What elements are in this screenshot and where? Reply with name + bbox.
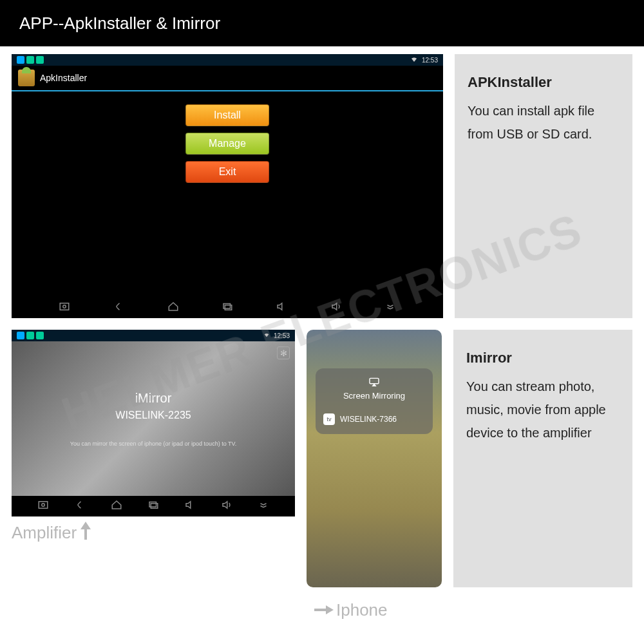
device-name: WISELINK-7366 (340, 415, 397, 424)
apk-button-area: Install Manage Exit (12, 91, 443, 298)
home-icon[interactable] (166, 301, 180, 315)
volume-up-icon[interactable] (329, 301, 343, 315)
iphone-screen-mirroring: Screen Mirroring tv WISELINK-7366 (307, 330, 442, 587)
manage-button[interactable]: Manage (185, 133, 269, 155)
info-body: You can stream photo, music, movie from … (466, 375, 620, 444)
arrow-up-icon (79, 522, 92, 544)
section-apkinstaller: 12:53 ApkInstaller Install Manage Exit A… (0, 46, 644, 326)
home-icon[interactable] (109, 499, 124, 513)
tv-icon: tv (323, 413, 335, 425)
volume-up-icon[interactable] (220, 499, 234, 513)
screenshot-icon[interactable] (57, 301, 71, 315)
android-status-bar: 12:53 (12, 330, 295, 341)
back-icon[interactable] (73, 499, 87, 513)
info-body: You can install apk file from USB or SD … (468, 99, 620, 146)
airplay-icon (322, 377, 426, 388)
imirror-body: ✻ iMirror WISELINK-2235 You can mirror t… (12, 341, 295, 496)
screenshot-icon[interactable] (36, 499, 50, 513)
recent-icon[interactable] (220, 301, 234, 315)
back-icon[interactable] (111, 301, 126, 315)
page-title: APP--ApkInstaller & Imirror (19, 14, 220, 33)
expand-icon[interactable] (383, 301, 397, 315)
status-icon (36, 332, 44, 339)
section-imirror: 12:53 ✻ iMirror WISELINK-2235 You can mi… (0, 326, 644, 595)
settings-icon[interactable]: ✻ (277, 346, 290, 359)
tablet-screenshot-imirror: 12:53 ✻ iMirror WISELINK-2235 You can mi… (12, 330, 295, 516)
recent-icon[interactable] (146, 499, 160, 513)
status-icon (17, 332, 24, 339)
status-icon (17, 56, 24, 64)
label-amplifier: Amplifier (12, 516, 295, 544)
info-title: Imirror (466, 345, 620, 371)
mirroring-device-item[interactable]: tv WISELINK-7366 (322, 411, 426, 428)
exit-button[interactable]: Exit (185, 161, 269, 183)
wifi-icon (410, 55, 418, 64)
clock-text: 12:53 (274, 332, 290, 339)
imirror-title: iMirror (135, 391, 172, 406)
expand-icon[interactable] (256, 499, 270, 513)
screen-mirroring-header: Screen Mirroring (322, 377, 426, 401)
android-nav-bar (12, 298, 443, 318)
svg-rect-8 (370, 378, 379, 383)
status-icon (26, 332, 34, 339)
status-icon (36, 56, 44, 64)
install-button[interactable]: Install (185, 104, 269, 126)
svg-point-1 (63, 305, 66, 308)
svg-point-5 (41, 504, 44, 507)
label-iphone: Iphone (314, 600, 388, 620)
wifi-icon (263, 332, 270, 339)
svg-rect-0 (60, 303, 69, 310)
status-icon (26, 56, 34, 64)
info-panel-apk: APKInstaller You can install apk file fr… (455, 54, 632, 318)
volume-down-icon[interactable] (183, 499, 197, 513)
info-panel-imirror: Imirror You can stream photo, music, mov… (453, 330, 632, 587)
page-header: APP--ApkInstaller & Imirror (0, 0, 644, 46)
apk-box-icon (18, 70, 35, 86)
arrow-right-icon (314, 600, 334, 620)
imirror-device: WISELINK-2235 (115, 410, 191, 421)
app-title: ApkInstaller (40, 73, 87, 83)
android-status-bar: 12:53 (12, 54, 443, 66)
android-nav-bar (12, 496, 295, 516)
info-title: APKInstaller (468, 70, 620, 95)
clock-text: 12:53 (422, 57, 438, 64)
volume-down-icon[interactable] (274, 301, 289, 315)
svg-rect-4 (39, 502, 48, 509)
screen-mirroring-card: Screen Mirroring tv WISELINK-7366 (316, 368, 433, 434)
tablet-screenshot-apk: 12:53 ApkInstaller Install Manage Exit (12, 54, 443, 318)
app-title-bar: ApkInstaller (12, 66, 443, 91)
imirror-note: You can mirror the screen of iphone (or … (70, 440, 236, 447)
